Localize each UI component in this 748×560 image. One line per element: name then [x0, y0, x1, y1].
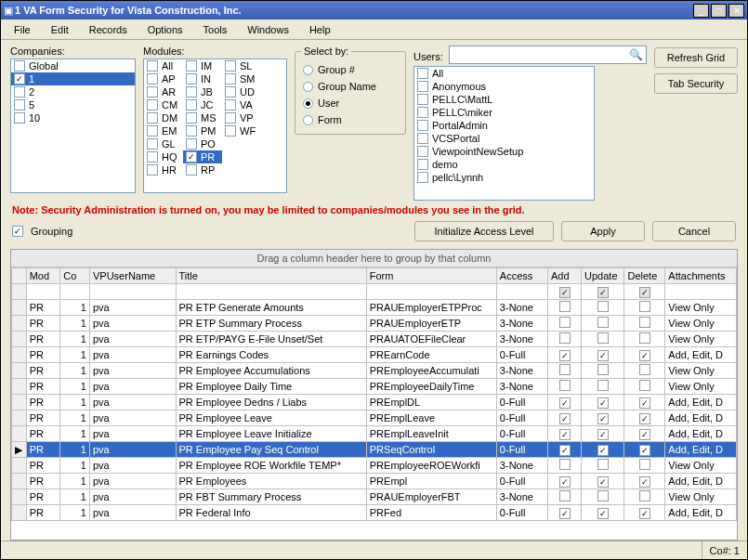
- company-checkbox[interactable]: [14, 60, 25, 72]
- module-item[interactable]: SL: [222, 59, 261, 72]
- companies-list[interactable]: Global12510: [10, 59, 136, 193]
- menu-options[interactable]: Options: [138, 22, 192, 37]
- module-checkbox[interactable]: [147, 151, 158, 163]
- table-row[interactable]: PR1pvaPR EmployeesPREmpl0-FullAdd, Edit,…: [12, 474, 737, 489]
- refresh-grid-button[interactable]: Refresh Grid: [654, 47, 738, 68]
- column-header[interactable]: Access: [496, 268, 547, 284]
- grouping-checkbox[interactable]: [12, 226, 23, 237]
- module-checkbox[interactable]: [186, 86, 197, 98]
- module-item[interactable]: PO: [183, 137, 222, 150]
- add-checkbox[interactable]: [559, 508, 571, 519]
- update-checkbox[interactable]: [597, 445, 609, 456]
- company-checkbox[interactable]: [14, 86, 25, 98]
- delete-checkbox[interactable]: [639, 429, 650, 440]
- update-checkbox[interactable]: [597, 459, 609, 470]
- cell-attachments[interactable]: Add, Edit, D: [665, 505, 737, 521]
- cell-access[interactable]: 3-None: [496, 379, 547, 395]
- cell-access[interactable]: 0-Full: [496, 347, 547, 363]
- add-checkbox[interactable]: [559, 476, 571, 488]
- filter-checkbox[interactable]: [559, 287, 571, 298]
- search-box[interactable]: 🔍: [449, 46, 647, 64]
- menu-edit[interactable]: Edit: [42, 22, 78, 37]
- module-checkbox[interactable]: [147, 138, 158, 150]
- column-header[interactable]: Add: [547, 268, 581, 284]
- module-checkbox[interactable]: [225, 125, 236, 137]
- user-item[interactable]: All: [414, 67, 594, 80]
- tab-security-button[interactable]: Tab Security: [654, 73, 738, 94]
- cell-attachments[interactable]: View Only: [665, 379, 737, 395]
- delete-checkbox[interactable]: [639, 459, 650, 470]
- module-checkbox[interactable]: [147, 112, 158, 124]
- module-item[interactable]: HQ: [144, 150, 183, 163]
- module-item[interactable]: PR: [183, 150, 222, 163]
- delete-checkbox[interactable]: [639, 301, 650, 312]
- add-checkbox[interactable]: [559, 317, 571, 328]
- apply-button[interactable]: Apply: [561, 221, 645, 241]
- data-grid[interactable]: ModCoVPUserNameTitleFormAccessAddUpdateD…: [11, 267, 737, 521]
- add-checkbox[interactable]: [559, 397, 571, 409]
- module-item[interactable]: VA: [222, 98, 261, 111]
- module-item[interactable]: VP: [222, 111, 261, 124]
- column-header[interactable]: VPUserName: [89, 268, 176, 284]
- module-checkbox[interactable]: [186, 164, 197, 176]
- table-row[interactable]: PR1pvaPR Employee ROE Workfile TEMP*PREm…: [12, 458, 737, 474]
- minimize-button[interactable]: _: [693, 4, 709, 18]
- user-item[interactable]: VCSPortal: [414, 132, 594, 145]
- update-checkbox[interactable]: [597, 301, 609, 312]
- module-checkbox[interactable]: [186, 99, 197, 111]
- cell-access[interactable]: 0-Full: [496, 395, 547, 410]
- close-button[interactable]: ✕: [728, 4, 744, 18]
- table-row[interactable]: PR1pvaPR Employee LeavePREmplLeave0-Full…: [12, 410, 737, 426]
- module-item[interactable]: AR: [144, 85, 183, 98]
- cell-attachments[interactable]: View Only: [665, 332, 737, 347]
- table-row[interactable]: PR1pvaPR ETP/PAYG E-File Unset/SetPRAUAT…: [12, 332, 737, 347]
- module-checkbox[interactable]: [147, 164, 158, 176]
- table-row[interactable]: PR1pvaPR ETP Generate AmountsPRAUEmploye…: [12, 300, 737, 316]
- table-row[interactable]: PR1pvaPR Federal InfoPRFed0-FullAdd, Edi…: [12, 505, 737, 521]
- module-checkbox[interactable]: [186, 60, 197, 72]
- module-checkbox[interactable]: [225, 60, 236, 72]
- menu-records[interactable]: Records: [80, 22, 137, 37]
- menu-tools[interactable]: Tools: [194, 22, 237, 37]
- maximize-button[interactable]: □: [711, 4, 727, 18]
- user-checkbox[interactable]: [417, 94, 428, 105]
- update-checkbox[interactable]: [597, 413, 609, 424]
- update-checkbox[interactable]: [597, 476, 609, 488]
- selectby-radio[interactable]: Group Name: [303, 78, 398, 95]
- table-row[interactable]: PR1pvaPR Employee AccumulationsPREmploye…: [12, 363, 737, 379]
- add-checkbox[interactable]: [559, 332, 571, 344]
- column-header[interactable]: Mod: [26, 268, 60, 284]
- delete-checkbox[interactable]: [639, 508, 650, 519]
- module-item[interactable]: CM: [144, 98, 183, 111]
- module-item[interactable]: IN: [183, 72, 222, 85]
- cell-attachments[interactable]: View Only: [665, 458, 737, 474]
- delete-checkbox[interactable]: [639, 380, 650, 391]
- filter-checkbox[interactable]: [639, 287, 650, 298]
- module-checkbox[interactable]: [225, 86, 236, 98]
- module-checkbox[interactable]: [186, 112, 197, 124]
- module-checkbox[interactable]: [147, 86, 158, 98]
- add-checkbox[interactable]: [559, 364, 571, 375]
- add-checkbox[interactable]: [559, 301, 571, 312]
- module-item[interactable]: DM: [144, 111, 183, 124]
- cell-access[interactable]: 3-None: [496, 300, 547, 316]
- cell-attachments[interactable]: Add, Edit, D: [665, 410, 737, 426]
- table-row[interactable]: PR1pvaPR Employee Dedns / LiabsPREmplDL0…: [12, 395, 737, 410]
- update-checkbox[interactable]: [597, 350, 609, 361]
- company-checkbox[interactable]: [14, 99, 25, 111]
- user-checkbox[interactable]: [417, 68, 428, 79]
- user-item[interactable]: PELLC\miker: [414, 106, 594, 119]
- cell-access[interactable]: 3-None: [496, 458, 547, 474]
- module-item[interactable]: HR: [144, 163, 183, 176]
- update-checkbox[interactable]: [597, 508, 609, 519]
- cell-attachments[interactable]: Add, Edit, D: [665, 347, 737, 363]
- table-row[interactable]: PR1pvaPR FBT Summary ProcessPRAUEmployer…: [12, 489, 737, 505]
- search-input[interactable]: [453, 48, 629, 61]
- module-item[interactable]: SM: [222, 72, 261, 85]
- module-checkbox[interactable]: [225, 99, 236, 111]
- update-checkbox[interactable]: [597, 380, 609, 391]
- user-checkbox[interactable]: [417, 172, 428, 183]
- delete-checkbox[interactable]: [639, 476, 650, 488]
- user-checkbox[interactable]: [417, 81, 428, 92]
- company-checkbox[interactable]: [14, 112, 25, 124]
